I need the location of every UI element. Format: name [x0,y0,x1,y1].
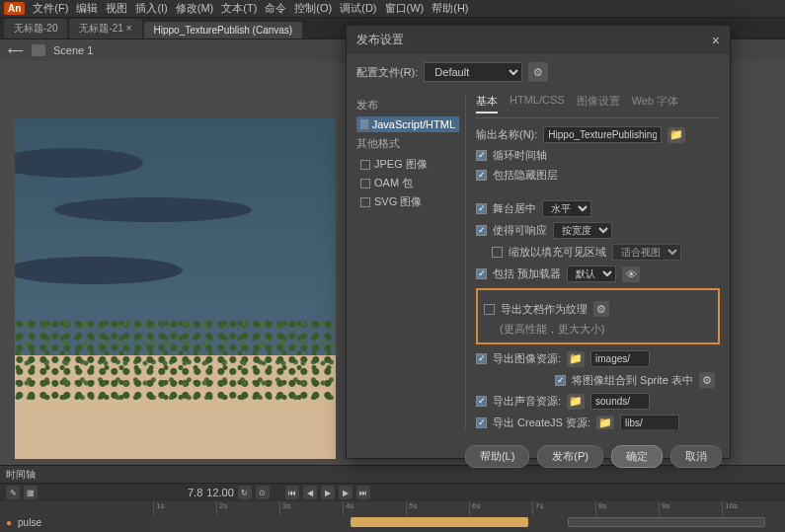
publish-settings-dialog: 发布设置 × 配置文件(R): Default ⚙ 发布 JavaScript/… [346,25,731,459]
checkbox-icon[interactable] [360,197,370,207]
publish-button[interactable]: 发布(P) [537,445,603,468]
checkbox-icon[interactable] [360,179,370,189]
sprite-label: 将图像组合到 Sprite 表中 [572,373,693,388]
menu-help[interactable]: 帮助(H) [432,1,468,16]
export-createjs-checkbox[interactable] [476,418,487,428]
first-frame-icon[interactable]: ⏮ [285,486,299,499]
gear-icon[interactable]: ⚙ [528,62,548,82]
next-frame-icon[interactable]: ▶ [339,486,353,499]
format-list: 发布 JavaScript/HTML 其他格式 JPEG 图像 OAM 包 SV… [356,94,465,429]
format-jpeg[interactable]: JPEG 图像 [356,155,459,174]
onion-icon[interactable]: ⊙ [256,486,270,499]
output-name-label: 输出名称(N): [476,127,537,142]
dialog-titlebar[interactable]: 发布设置 × [347,26,730,54]
hidden-checkbox[interactable] [476,170,487,181]
menu-insert[interactable]: 插入(I) [135,1,167,16]
scalefill-select: 适合视图 [612,244,681,261]
center-label: 舞台居中 [493,201,536,216]
output-name-input[interactable] [543,126,662,143]
libs-path-input[interactable] [620,415,679,429]
dialog-title-text: 发布设置 [356,32,404,48]
folder-icon[interactable]: 📁 [596,416,614,430]
timeline-tool-icon[interactable]: ✎ [6,486,20,499]
fps-value: 12.00 [206,487,234,498]
ok-button[interactable]: 确定 [611,445,663,468]
scene-icon [32,44,45,56]
texture-note: (更高性能，更大大小) [500,322,712,337]
menu-debug[interactable]: 调试(D) [340,1,376,16]
menu-command[interactable]: 命令 [265,1,286,16]
sounds-path-input[interactable] [590,393,650,410]
tab-doc-1[interactable]: 无标题-20 [4,19,67,38]
last-frame-icon[interactable]: ⏭ [356,486,370,499]
format-oam[interactable]: OAM 包 [356,174,459,192]
format-svg[interactable]: SVG 图像 [356,192,459,211]
responsive-select[interactable]: 按宽度 [553,222,612,239]
subtab-basic[interactable]: 基本 [476,94,498,114]
stage-canvas[interactable] [15,118,336,459]
checkbox-icon[interactable] [360,119,368,129]
sprite-checkbox[interactable] [555,375,566,386]
export-sound-label: 导出声音资源: [493,394,561,409]
scalefill-checkbox[interactable] [492,247,503,258]
hidden-label: 包括隐藏图层 [493,168,558,183]
prev-frame-icon[interactable]: ◀ [303,486,317,499]
settings-subtabs: 基本 HTML/CSS 图像设置 Web 字体 [476,94,720,118]
preview-icon[interactable]: 👁 [622,266,640,282]
folder-icon[interactable]: 📁 [567,351,585,367]
export-createjs-label: 导出 CreateJS 资源: [493,416,590,429]
frame-value: 7.8 [188,487,202,498]
play-icon[interactable]: ▶ [321,486,335,499]
folder-icon[interactable]: 📁 [567,394,585,410]
center-checkbox[interactable] [476,203,487,214]
menu-edit[interactable]: 编辑 [76,1,98,16]
settings-panel: 基本 HTML/CSS 图像设置 Web 字体 输出名称(N): 📁 循环时间轴… [465,94,720,429]
responsive-checkbox[interactable] [476,225,487,236]
menu-view[interactable]: 视图 [106,1,127,16]
checkbox-icon[interactable] [360,160,370,170]
close-icon[interactable]: × [712,33,720,48]
back-icon[interactable]: ⟵ [8,44,24,57]
export-texture-checkbox[interactable] [484,304,495,315]
menu-file[interactable]: 文件(F) [33,1,68,16]
layer-pulse[interactable]: ●pulse [0,515,153,529]
center-select[interactable]: 水平 [542,200,591,217]
export-texture-label: 导出文档作为纹理 [501,302,588,317]
track-pulse[interactable] [153,515,785,529]
help-button[interactable]: 帮助(L) [465,445,529,468]
export-texture-highlight: 导出文档作为纹理⚙ (更高性能，更大大小) [476,288,720,344]
format-javascript-html[interactable]: JavaScript/HTML [356,116,459,132]
loop-checkbox[interactable] [476,150,487,161]
subtab-web[interactable]: Web 字体 [632,94,678,114]
images-path-input[interactable] [590,350,650,367]
folder-icon[interactable]: 📁 [667,127,685,143]
menu-control[interactable]: 控制(O) [294,1,332,16]
preloader-checkbox[interactable] [476,268,487,279]
timeline-ruler[interactable]: 1s2s3s4s5s6s7s8s9s10s [153,501,785,515]
subtab-image[interactable]: 图像设置 [577,94,620,114]
tab-doc-2[interactable]: 无标题-21 × [69,19,141,38]
cancel-button[interactable]: 取消 [670,445,722,468]
loop-icon[interactable]: ↻ [238,486,252,499]
dialog-buttons: 帮助(L) 发布(P) 确定 取消 [347,437,730,476]
scene-label[interactable]: Scene 1 [53,44,93,56]
tab-doc-3[interactable]: Hippo_TexturePublish (Canvas) [144,22,303,38]
grass-artwork [15,316,336,400]
subtab-htmlcss[interactable]: HTML/CSS [510,94,565,114]
menu-window[interactable]: 窗口(W) [385,1,425,16]
timeline-tool-icon[interactable]: ▦ [24,486,38,499]
export-sound-checkbox[interactable] [476,396,487,407]
app-logo: An [4,2,25,15]
timeline-label: 时间轴 [6,468,36,482]
profile-select[interactable]: Default [424,62,522,82]
menu-modify[interactable]: 修改(M) [176,1,214,16]
responsive-label: 使得可响应 [493,223,547,238]
loop-label: 循环时间轴 [493,148,547,163]
preloader-select[interactable]: 默认 [567,266,616,282]
export-image-checkbox[interactable] [476,353,487,364]
menu-text[interactable]: 文本(T) [221,1,257,16]
profile-label: 配置文件(R): [356,65,418,80]
texture-gear-icon[interactable]: ⚙ [593,301,609,317]
sprite-gear-icon[interactable]: ⚙ [699,372,715,388]
menu-bar: An 文件(F) 编辑 视图 插入(I) 修改(M) 文本(T) 命令 控制(O… [0,0,785,18]
